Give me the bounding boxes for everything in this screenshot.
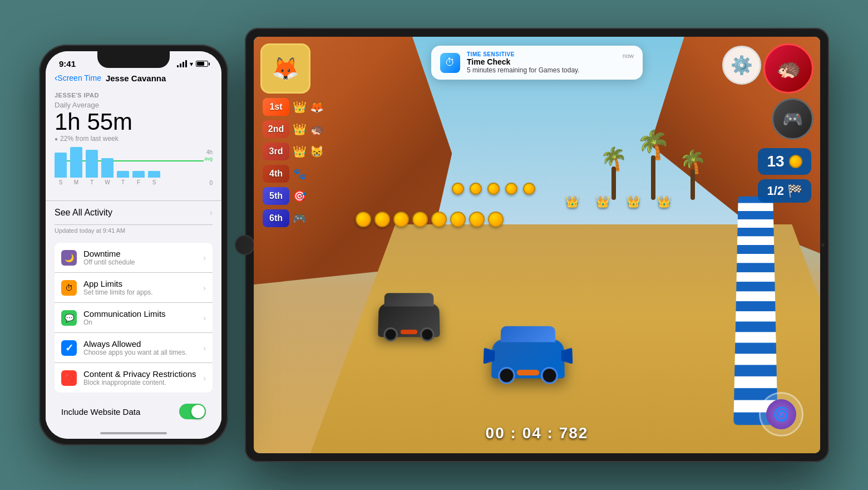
- flag-icon: 🏁: [787, 184, 802, 198]
- ipad-device: 🌴 🌴 🌴: [245, 28, 829, 462]
- position-4-badge: 4th: [263, 165, 289, 183]
- score-coin-icon: [789, 155, 802, 168]
- comm-limits-sub: On: [83, 318, 203, 326]
- boost-button[interactable]: 🌀: [759, 392, 803, 437]
- app-limits-chevron-icon: ›: [203, 283, 206, 292]
- include-website-data-toggle[interactable]: [179, 404, 206, 419]
- palm-tree-2: 🌴: [636, 129, 670, 200]
- coin-6: [450, 212, 466, 227]
- ipad-home-button[interactable]: [235, 235, 255, 255]
- coin-mid-1: [452, 183, 464, 195]
- notification-content: TIME SENSITIVE Time Check 5 minutes rema…: [467, 51, 616, 74]
- settings-item-app-limits[interactable]: ⏱ App Limits Set time limits for apps. ›: [55, 273, 213, 303]
- coins-area-2: [452, 183, 535, 195]
- car-black: [378, 303, 440, 337]
- position-5-badge: 5th: [263, 187, 289, 205]
- include-website-data-label: Include Website Data: [61, 407, 140, 416]
- coin-8: [488, 212, 504, 227]
- chart-bar-f: F: [132, 171, 145, 185]
- coin-3: [393, 212, 409, 227]
- ipad-camera: [821, 243, 825, 247]
- boost-inner: 🌀: [766, 399, 796, 429]
- chart-zero-label: 0: [209, 180, 213, 186]
- race-pos-2: 2nd 👑 🦔: [263, 120, 324, 138]
- score-value: 13: [767, 153, 784, 170]
- notification-icon: ⏱: [440, 53, 460, 73]
- change-indicator: ● 22% from last week: [55, 135, 213, 143]
- coin-5: [431, 212, 447, 227]
- chart-bars: S M T W: [55, 149, 213, 185]
- race-timer: 00 : 04 : 782: [486, 424, 589, 442]
- race-positions: 1st 👑 🦊 2nd 👑 🦔 3rd 👑 😸: [263, 98, 324, 227]
- app-limits-label: App Limits: [83, 279, 203, 288]
- coin-mid-2: [470, 183, 482, 195]
- notification-tag: TIME SENSITIVE: [467, 51, 616, 57]
- iphone-notch: [97, 51, 170, 68]
- settings-list: 🌙 Downtime Off until schedule › ⏱ App Li…: [55, 243, 213, 393]
- notification-time: now: [623, 52, 634, 59]
- always-allowed-sub: Choose apps you want at all times.: [83, 349, 203, 356]
- downtime-sub: Off until schedule: [83, 258, 203, 266]
- screen-content: JESSE'S IPAD Daily Average 1h 55m ● 22% …: [46, 87, 221, 393]
- comm-limits-icon: 💬: [61, 310, 77, 326]
- settings-item-content-privacy[interactable]: 🚫 Content & Privacy Restrictions Block i…: [55, 363, 213, 393]
- race-crowns: 👑 👑 👑 👑: [565, 195, 671, 208]
- app-limits-sub: Set time limits for apps.: [83, 288, 203, 296]
- race-pos-5: 5th 🎯: [263, 187, 324, 205]
- updated-text: Updated today at 9:41 AM: [55, 225, 213, 238]
- coins-area: [356, 212, 504, 227]
- status-icons: ▾: [177, 60, 208, 68]
- palm-tree-1: 🌴: [600, 146, 628, 200]
- palm-trees: 🌴 🌴 🌴: [600, 129, 707, 200]
- see-all-activity-row[interactable]: See All Activity ›: [55, 201, 213, 225]
- see-all-chevron-icon: ›: [210, 208, 213, 218]
- settings-item-comm-limits[interactable]: 💬 Communication Limits On ›: [55, 303, 213, 333]
- chart-bar-m: M: [70, 147, 82, 185]
- chart-bar-t2: T: [117, 171, 129, 185]
- downtime-label: Downtime: [83, 249, 203, 258]
- battery-icon: [196, 61, 208, 67]
- settings-item-downtime[interactable]: 🌙 Downtime Off until schedule ›: [55, 243, 213, 273]
- wifi-icon: ▾: [190, 60, 193, 68]
- content-privacy-label: Content & Privacy Restrictions: [83, 369, 203, 379]
- coin-4: [412, 212, 428, 227]
- notification-banner[interactable]: ⏱ TIME SENSITIVE Time Check 5 minutes re…: [431, 46, 643, 80]
- nav-title: Jesse Cavanna: [106, 74, 166, 83]
- crown-1: 👑: [565, 195, 579, 208]
- race-pos-4: 4th 🐾: [263, 165, 324, 183]
- always-allowed-label: Always Allowed: [83, 339, 203, 349]
- app-limits-icon: ⏱: [61, 280, 77, 296]
- curb-stripe: [733, 196, 777, 425]
- back-button[interactable]: Screen Time: [57, 74, 101, 82]
- shadow-icon: 🎮: [782, 109, 803, 129]
- char-thumb-shadow: 🎮: [772, 98, 813, 140]
- include-website-data-row: Include Website Data: [46, 397, 221, 426]
- coin-mid-4: [505, 183, 517, 195]
- gear-icon: ⚙️: [731, 55, 753, 76]
- comm-limits-chevron-icon: ›: [203, 313, 206, 322]
- crown-4: 👑: [657, 195, 671, 208]
- race-pos-1: 1st 👑 🦊: [263, 98, 324, 116]
- race-pos-3: 3rd 👑 😸: [263, 143, 324, 160]
- lap-badge: 1/2 🏁: [758, 179, 811, 203]
- coin-mid-5: [523, 183, 535, 195]
- position-6-badge: 6th: [263, 209, 289, 227]
- iphone-screen: 9:41 ▾: [46, 51, 221, 439]
- settings-item-always-allowed[interactable]: ✓ Always Allowed Choose apps you want at…: [55, 333, 213, 363]
- chart-bar-w: W: [101, 158, 114, 185]
- ipad-screen: 🌴 🌴 🌴: [254, 37, 820, 453]
- device-label: JESSE'S IPAD: [55, 87, 213, 101]
- gear-button[interactable]: ⚙️: [722, 46, 761, 85]
- chart-bar-s1: S: [55, 153, 67, 185]
- status-time: 9:41: [59, 59, 76, 68]
- coin-1: [356, 212, 371, 227]
- score-area: 13 1/2 🏁: [758, 148, 811, 203]
- palm-tree-3: 🌴: [679, 149, 707, 200]
- race-pos-6: 6th 🎮: [263, 209, 324, 227]
- always-allowed-chevron-icon: ›: [203, 344, 206, 352]
- notification-title: Time Check: [467, 57, 616, 66]
- change-text: 22% from last week: [60, 135, 119, 143]
- daily-average-label: Daily Average: [55, 101, 213, 109]
- usage-chart: 4h avg S M: [55, 149, 213, 194]
- daily-average-value: 1h 55m: [55, 110, 213, 134]
